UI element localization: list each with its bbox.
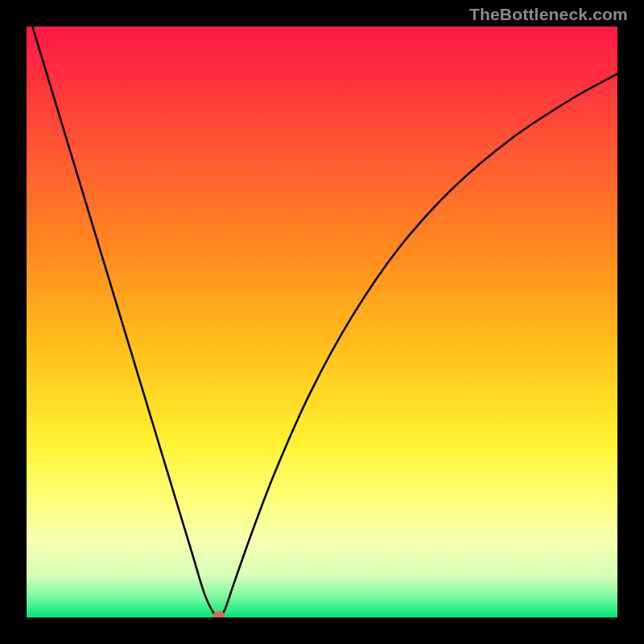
bottleneck-curve (32, 27, 617, 617)
curve-layer (27, 27, 617, 617)
optimal-point-marker (213, 611, 225, 617)
chart-frame: TheBottleneck.com (0, 0, 644, 644)
watermark-text: TheBottleneck.com (469, 5, 628, 24)
plot-area (27, 27, 617, 617)
